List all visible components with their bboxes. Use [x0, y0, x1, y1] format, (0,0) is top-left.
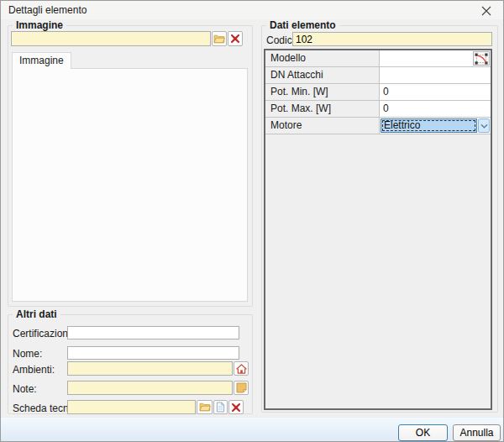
- sticky-note-icon: [236, 382, 247, 393]
- note-label: Note:: [13, 383, 37, 395]
- modello-value-cell[interactable]: [380, 50, 491, 66]
- pot-min-value-cell[interactable]: 0: [380, 84, 491, 100]
- scheda-open-folder-button[interactable]: [197, 400, 213, 414]
- image-preview-panel: [12, 68, 248, 302]
- red-x-icon: [231, 403, 241, 413]
- grid-row-modello: Modello: [265, 50, 491, 67]
- certificazioni-input[interactable]: [67, 326, 239, 339]
- dati-elemento-group-title: Dati elemento: [266, 19, 339, 31]
- curve-chart-button[interactable]: [473, 51, 490, 66]
- document-page-icon: [216, 402, 225, 413]
- pot-max-value-cell[interactable]: 0: [380, 101, 491, 117]
- house-icon: [236, 364, 247, 374]
- dettagli-elemento-dialog: Dettagli elemento Immagine Immagine Altr…: [0, 0, 504, 442]
- clear-image-button[interactable]: [228, 31, 243, 46]
- motore-value-cell: Elettrico: [380, 118, 491, 134]
- properties-grid: Modello DN Attacchi: [264, 49, 492, 410]
- window-title: Dettagli elemento: [8, 4, 87, 16]
- cancel-button[interactable]: Annulla: [453, 424, 501, 441]
- titlebar: Dettagli elemento: [1, 1, 503, 19]
- ambienti-input[interactable]: [67, 361, 233, 376]
- footer-bar: OK Annulla: [1, 417, 503, 442]
- note-input[interactable]: [67, 381, 233, 395]
- chevron-down-icon: [480, 124, 488, 129]
- grid-row-pot-min: Pot. Min. [W] 0: [265, 84, 491, 101]
- pot-min-value: 0: [383, 86, 389, 97]
- grid-row-label: Motore: [265, 118, 380, 134]
- pot-max-value: 0: [383, 103, 389, 114]
- open-folder-icon: [199, 403, 211, 412]
- note-editor-button[interactable]: [234, 381, 249, 395]
- codice-input[interactable]: [292, 32, 492, 46]
- grid-row-label: Pot. Min. [W]: [265, 84, 380, 100]
- open-folder-button[interactable]: [212, 31, 227, 46]
- altri-dati-group-title: Altri dati: [13, 308, 60, 320]
- grid-row-label: Modello: [265, 50, 380, 66]
- nome-input[interactable]: [67, 346, 239, 360]
- ambienti-label: Ambienti:: [13, 364, 55, 376]
- image-path-input[interactable]: [11, 31, 211, 46]
- dn-attacchi-value-cell[interactable]: [380, 67, 491, 83]
- scheda-tecnica-input[interactable]: [67, 400, 196, 414]
- grid-row-label: DN Attacchi: [265, 67, 380, 83]
- grid-row-label: Pot. Max. [W]: [265, 101, 380, 117]
- immagine-group-title: Immagine: [13, 19, 66, 31]
- close-icon[interactable]: [477, 3, 496, 18]
- nome-label: Nome:: [13, 348, 42, 360]
- motore-selected-value[interactable]: Elettrico: [381, 118, 477, 133]
- scheda-view-document-button[interactable]: [213, 400, 228, 414]
- ok-button[interactable]: OK: [398, 424, 448, 441]
- open-folder-icon: [213, 34, 225, 44]
- grid-row-pot-max: Pot. Max. [W] 0: [265, 101, 491, 118]
- motore-combobox[interactable]: Elettrico: [380, 118, 491, 134]
- curve-diagram-icon: [475, 53, 488, 65]
- tab-immagine[interactable]: Immagine: [12, 52, 71, 69]
- grid-row-dn-attacchi: DN Attacchi: [265, 67, 491, 84]
- ambienti-picker-button[interactable]: [234, 361, 249, 376]
- red-x-icon: [230, 34, 240, 44]
- motore-dropdown-button[interactable]: [478, 118, 490, 133]
- grid-row-motore: Motore Elettrico: [265, 118, 491, 134]
- certificazioni-label: Certificazioni:: [13, 328, 73, 339]
- scheda-delete-button[interactable]: [228, 400, 244, 414]
